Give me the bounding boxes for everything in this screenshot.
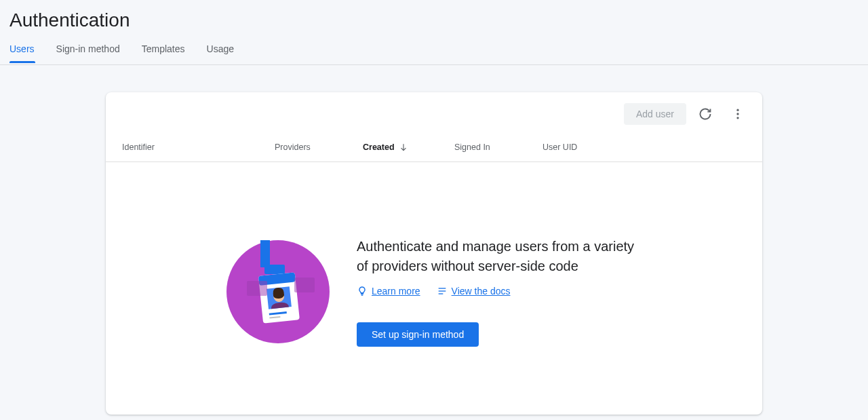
page-title: Authentication (9, 9, 859, 31)
table-header: Identifier Providers Created Signed In U… (106, 133, 762, 162)
column-signed-in[interactable]: Signed In (454, 142, 542, 152)
learn-more-link[interactable]: Learn more (357, 286, 420, 297)
column-user-uid[interactable]: User UID (542, 142, 746, 152)
svg-rect-4 (260, 240, 270, 267)
tab-templates[interactable]: Templates (142, 43, 185, 64)
tabs: Users Sign-in method Templates Usage (0, 43, 868, 65)
lightbulb-icon (357, 286, 368, 297)
tab-signin-method[interactable]: Sign-in method (56, 43, 120, 64)
empty-state-links: Learn more View the docs (357, 286, 642, 297)
page-header: Authentication (0, 0, 868, 31)
card-toolbar: Add user (106, 92, 762, 133)
empty-state-text: Authenticate and manage users from a var… (357, 237, 642, 347)
main-content: Add user Identifier Providers Created (0, 65, 868, 415)
column-identifier[interactable]: Identifier (122, 142, 275, 152)
arrow-down-icon (399, 142, 408, 152)
column-created[interactable]: Created (363, 142, 454, 152)
empty-state: Authenticate and manage users from a var… (106, 162, 762, 415)
svg-point-1 (736, 113, 738, 115)
column-created-label: Created (363, 142, 395, 152)
more-options-button[interactable] (724, 100, 751, 128)
svg-rect-5 (264, 265, 285, 274)
view-docs-label: View the docs (452, 286, 511, 297)
svg-rect-12 (247, 281, 267, 296)
svg-rect-13 (294, 278, 315, 292)
add-user-button[interactable]: Add user (624, 103, 686, 125)
badge-illustration (226, 240, 330, 343)
refresh-button[interactable] (692, 100, 719, 128)
column-providers[interactable]: Providers (275, 142, 363, 152)
tab-users[interactable]: Users (9, 43, 35, 64)
tab-usage[interactable]: Usage (207, 43, 234, 64)
svg-point-0 (736, 109, 738, 111)
view-docs-link[interactable]: View the docs (437, 286, 511, 297)
setup-signin-button[interactable]: Set up sign-in method (357, 322, 479, 347)
more-vert-icon (731, 107, 745, 121)
learn-more-label: Learn more (372, 286, 420, 297)
svg-point-2 (736, 117, 738, 119)
refresh-icon (698, 107, 712, 121)
users-card: Add user Identifier Providers Created (106, 92, 762, 415)
empty-state-heading: Authenticate and manage users from a var… (357, 237, 642, 276)
docs-icon (437, 286, 448, 297)
